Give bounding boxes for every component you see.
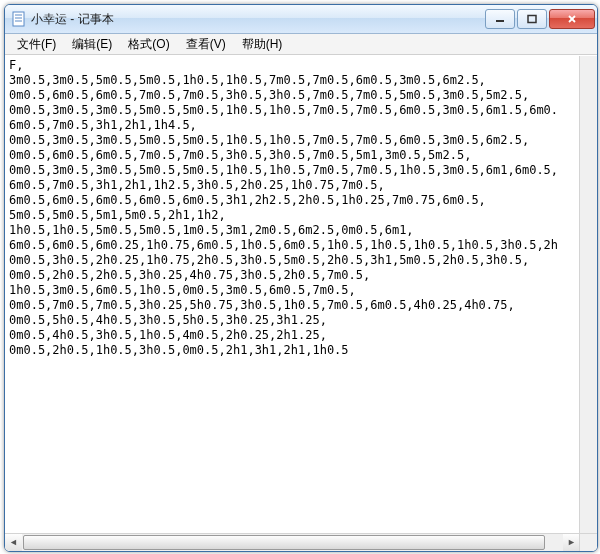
vertical-scrollbar[interactable]	[579, 56, 597, 534]
notepad-icon	[11, 11, 27, 27]
chevron-left-icon: ◄	[9, 538, 18, 547]
window-title: 小幸运 - 记事本	[31, 11, 485, 28]
chevron-right-icon: ►	[567, 538, 576, 547]
menubar: 文件(F) 编辑(E) 格式(O) 查看(V) 帮助(H)	[5, 34, 597, 55]
horizontal-scrollbar[interactable]: ◄ ►	[5, 533, 580, 551]
menu-edit[interactable]: 编辑(E)	[64, 34, 120, 55]
svg-rect-5	[528, 16, 536, 23]
titlebar[interactable]: 小幸运 - 记事本	[5, 5, 597, 34]
window-controls	[485, 9, 595, 29]
notepad-window: 小幸运 - 记事本 文件(F) 编辑(E) 格式(O) 查看(V) 帮助(H) …	[4, 4, 598, 552]
menu-view[interactable]: 查看(V)	[178, 34, 234, 55]
scroll-right-button[interactable]: ►	[563, 534, 580, 551]
minimize-button[interactable]	[485, 9, 515, 29]
menu-format[interactable]: 格式(O)	[120, 34, 177, 55]
scroll-thumb[interactable]	[23, 535, 545, 550]
content-area: F, 3m0.5,3m0.5,5m0.5,5m0.5,1h0.5,1h0.5,7…	[5, 55, 597, 551]
scroll-corner	[579, 533, 597, 551]
scroll-track[interactable]	[22, 534, 563, 551]
maximize-button[interactable]	[517, 9, 547, 29]
svg-rect-0	[13, 12, 24, 26]
text-editor[interactable]: F, 3m0.5,3m0.5,5m0.5,5m0.5,1h0.5,1h0.5,7…	[5, 56, 597, 551]
menu-help[interactable]: 帮助(H)	[234, 34, 291, 55]
scroll-left-button[interactable]: ◄	[5, 534, 22, 551]
close-button[interactable]	[549, 9, 595, 29]
menu-file[interactable]: 文件(F)	[9, 34, 64, 55]
